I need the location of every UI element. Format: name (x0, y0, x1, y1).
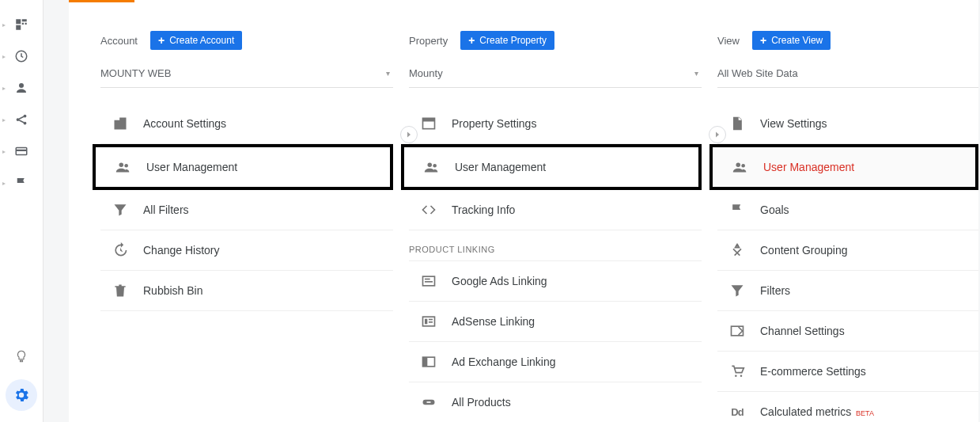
menu-label: View Settings (760, 117, 827, 130)
history-icon (112, 241, 129, 259)
funnel-icon (112, 201, 129, 219)
chevron-right-icon: ▸ (2, 53, 6, 60)
create-view-button[interactable]: + Create View (752, 31, 831, 50)
svg-rect-26 (423, 357, 428, 367)
funnel-icon (728, 282, 746, 299)
svg-rect-23 (429, 319, 433, 321)
menu-content-grouping[interactable]: Content Grouping (717, 230, 978, 271)
chevron-right-icon: ▸ (2, 180, 6, 187)
menu-view-user-management[interactable]: User Management (709, 144, 978, 190)
menu-all-products[interactable]: All Products (409, 382, 702, 422)
menu-label: E-commerce Settings (760, 365, 866, 378)
sidebar-item-behavior[interactable]: ▸ (0, 144, 43, 158)
sidebar-item-realtime[interactable]: ▸ (0, 49, 43, 63)
sidebar-item-discover[interactable] (0, 349, 43, 363)
channel-icon (728, 322, 746, 340)
create-property-button[interactable]: + Create Property (460, 31, 554, 50)
svg-rect-0 (16, 19, 21, 24)
svg-point-17 (433, 164, 437, 168)
ads-icon (420, 272, 437, 290)
create-view-label: Create View (771, 35, 823, 46)
menu-label: Google Ads Linking (452, 275, 547, 287)
svg-point-34 (740, 375, 743, 378)
svg-rect-11 (16, 150, 27, 151)
cart-icon (728, 363, 746, 380)
svg-point-33 (735, 375, 737, 378)
menu-label: All Filters (143, 203, 189, 216)
svg-rect-19 (425, 279, 430, 280)
svg-rect-4 (25, 23, 27, 25)
menu-tracking-info[interactable]: Tracking Info (409, 190, 702, 230)
sidebar-item-admin[interactable] (6, 379, 37, 411)
building-icon (112, 115, 129, 132)
svg-point-12 (119, 163, 124, 168)
chevron-down-icon: ▾ (694, 69, 698, 78)
account-title: Account (100, 35, 138, 47)
svg-point-30 (741, 164, 745, 168)
section-product-linking: PRODUCT LINKING (409, 230, 702, 261)
svg-rect-20 (425, 281, 433, 283)
menu-adsense-linking[interactable]: AdSense Linking (409, 302, 702, 342)
svg-rect-24 (429, 321, 433, 323)
menu-label: Content Grouping (760, 244, 848, 257)
gear-icon (13, 386, 30, 404)
svg-rect-1 (22, 19, 27, 21)
users-icon (732, 158, 749, 176)
menu-ad-exchange-linking[interactable]: Ad Exchange Linking (409, 342, 702, 382)
view-title: View (717, 35, 740, 47)
sidebar-item-dashboard[interactable]: ▸ (0, 17, 43, 32)
adsense-icon (420, 313, 437, 330)
flag-icon (728, 201, 746, 219)
chevron-down-icon: ▾ (386, 69, 390, 78)
menu-ecommerce-settings[interactable]: E-commerce Settings (717, 352, 978, 392)
card-icon (14, 144, 28, 158)
flag-icon (14, 176, 28, 190)
svg-rect-15 (423, 118, 435, 121)
menu-account-settings[interactable]: Account Settings (100, 104, 393, 144)
account-column: Account + Create Account MOUNTY WEB ▾ (100, 31, 409, 422)
property-selector[interactable]: Mounty ▾ (409, 63, 702, 88)
dd-icon: Dd (728, 403, 746, 420)
trash-icon (112, 282, 129, 299)
menu-account-user-management[interactable]: User Management (93, 144, 393, 190)
code-icon (420, 201, 437, 219)
svg-rect-32 (732, 326, 744, 336)
main-content: Account + Create Account MOUNTY WEB ▾ (44, 0, 980, 422)
menu-channel-settings[interactable]: Channel Settings (717, 311, 978, 352)
menu-label: Change History (143, 244, 220, 257)
sidebar-item-audience[interactable]: ▸ (0, 81, 43, 95)
menu-label: User Management (455, 161, 546, 173)
menu-label: All Products (452, 396, 511, 409)
view-selector[interactable]: All Web Site Data (717, 63, 978, 88)
layout-icon (420, 115, 437, 132)
plus-icon: + (468, 35, 475, 46)
menu-label: User Management (763, 161, 854, 173)
menu-label: Calculated metrics (760, 405, 851, 418)
create-account-button[interactable]: + Create Account (150, 31, 242, 50)
property-selector-value: Mounty (409, 67, 443, 79)
menu-all-filters[interactable]: All Filters (100, 190, 393, 230)
menu-change-history[interactable]: Change History (100, 230, 393, 271)
chevron-right-icon: ▸ (2, 21, 6, 29)
svg-rect-22 (425, 319, 427, 325)
menu-label: Filters (760, 284, 790, 297)
dashboard-icon (14, 17, 28, 32)
menu-view-settings[interactable]: View Settings (717, 104, 978, 144)
menu-rubbish-bin[interactable]: Rubbish Bin (100, 271, 393, 311)
menu-label: Property Settings (452, 117, 536, 130)
menu-label: Rubbish Bin (143, 284, 203, 297)
menu-view-filters[interactable]: Filters (717, 271, 978, 311)
beta-badge: BETA (856, 409, 874, 417)
menu-label: Account Settings (143, 117, 226, 130)
sidebar-item-acquisition[interactable]: ▸ (0, 112, 43, 127)
property-title: Property (409, 35, 448, 47)
menu-goals[interactable]: Goals (717, 190, 978, 230)
menu-property-user-management[interactable]: User Management (401, 144, 702, 190)
sidebar-item-conversions[interactable]: ▸ (0, 176, 43, 190)
link-icon (420, 393, 437, 411)
account-selector[interactable]: MOUNTY WEB ▾ (100, 63, 393, 88)
menu-calculated-metrics[interactable]: Dd Calculated metrics BETA (717, 392, 978, 422)
chevron-right-icon: ▸ (2, 85, 6, 92)
menu-property-settings[interactable]: Property Settings (409, 104, 702, 144)
menu-google-ads-linking[interactable]: Google Ads Linking (409, 261, 702, 302)
